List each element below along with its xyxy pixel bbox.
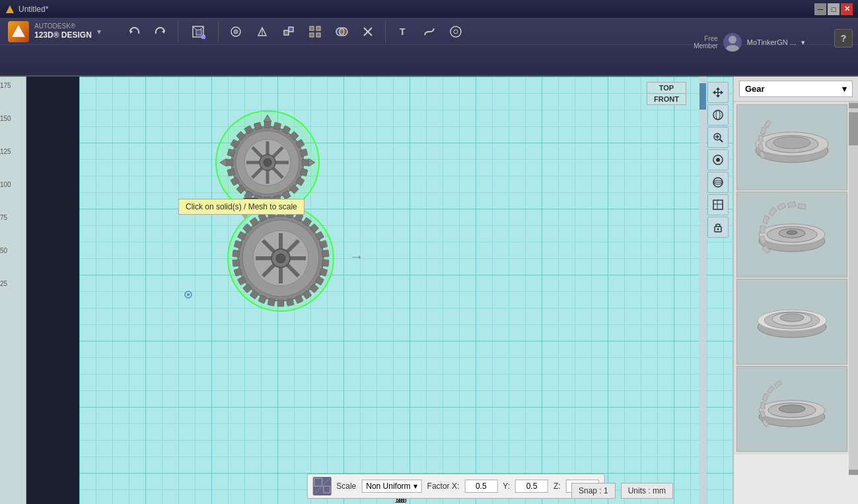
scale-type-dropdown[interactable]: Non Uniform ▾ <box>361 480 421 493</box>
svg-rect-135 <box>713 200 723 209</box>
member-label: Member <box>694 42 718 50</box>
help-button[interactable]: ? <box>834 29 853 48</box>
combine-icon <box>335 25 348 38</box>
panel-scrollbar[interactable] <box>849 102 858 475</box>
svg-point-23 <box>450 26 461 37</box>
gear-item-1[interactable] <box>736 104 847 190</box>
scale-option-label: Non Uniform <box>366 482 410 491</box>
combine-button[interactable] <box>330 20 353 44</box>
titlebar-controls: ─ □ ✕ <box>814 3 853 15</box>
maximize-button[interactable]: □ <box>828 3 840 15</box>
panel-category-dropdown[interactable]: Gear ▾ <box>739 81 853 97</box>
scroll-down-arrow[interactable] <box>849 470 858 475</box>
svg-rect-17 <box>316 33 320 37</box>
app-line2: 123D® DESIGN <box>34 30 92 41</box>
spline-button[interactable] <box>417 20 441 44</box>
orbit-tool-button[interactable] <box>707 104 729 126</box>
svg-marker-122 <box>713 90 715 94</box>
panel-header: Gear ▾ <box>734 77 858 102</box>
gear-thumb-4 <box>737 367 847 451</box>
text-button[interactable]: T <box>391 20 415 44</box>
measure-button[interactable] <box>444 20 468 44</box>
grid-button[interactable] <box>707 194 729 215</box>
tick-175: 175 <box>0 82 26 115</box>
modify-button[interactable] <box>356 20 380 44</box>
svg-point-156 <box>787 231 797 234</box>
svg-point-8 <box>201 35 205 39</box>
gear-item-2[interactable] <box>736 192 847 277</box>
avatar-icon <box>723 33 742 52</box>
lock-button[interactable] <box>707 217 729 238</box>
svg-rect-101 <box>268 299 275 306</box>
pattern-button[interactable] <box>303 20 327 44</box>
gear-preview-2 <box>746 201 838 268</box>
scroll-up-arrow[interactable] <box>849 103 858 108</box>
transform-icon <box>282 25 295 38</box>
y-ruler: 175 150 125 100 75 50 25 <box>0 77 26 504</box>
gear-thumb-2 <box>737 192 847 277</box>
right-panel: Gear ▾ <box>733 77 858 504</box>
primitive-button[interactable] <box>184 20 213 44</box>
svg-marker-121 <box>716 95 720 98</box>
redo-button[interactable] <box>149 20 172 44</box>
sep2 <box>218 21 219 42</box>
move-icon <box>712 87 724 98</box>
move-tool-button[interactable] <box>707 82 729 103</box>
modify-icon <box>361 25 375 38</box>
viewport-scrollbar[interactable] <box>699 77 706 504</box>
svg-point-146 <box>773 137 810 149</box>
orbit-icon <box>712 109 724 121</box>
svg-rect-63 <box>227 149 235 157</box>
units-button[interactable]: Units : mm <box>621 483 673 499</box>
undo-button[interactable] <box>122 20 146 44</box>
view-front-button[interactable]: FRONT <box>647 93 686 105</box>
svg-rect-151 <box>764 120 771 128</box>
svg-rect-14 <box>310 26 314 30</box>
svg-rect-149 <box>759 135 763 142</box>
primitive-icon <box>191 24 205 39</box>
logo-icon <box>8 21 29 42</box>
transform-button[interactable] <box>277 20 301 44</box>
grid-canvas: 25 50 75 100 125 150 <box>79 77 733 504</box>
svg-rect-49 <box>300 149 308 157</box>
gear-item-4[interactable] <box>736 366 847 452</box>
construct-button[interactable] <box>250 20 274 44</box>
svg-marker-3 <box>162 30 164 34</box>
membership-info: Free Member <box>694 35 718 50</box>
pan-tool-button[interactable] <box>707 149 729 170</box>
close-button[interactable]: ✕ <box>841 3 853 15</box>
minimize-button[interactable]: ─ <box>814 3 826 15</box>
snap-button[interactable]: Snap : 1 <box>571 483 616 499</box>
user-dropdown-arrow[interactable]: ▾ <box>801 38 805 47</box>
username-label[interactable]: MoTinkerGN ... <box>747 38 796 46</box>
svg-rect-161 <box>769 207 777 216</box>
canvas-area[interactable]: 175 150 125 100 75 50 25 25 50 75 100 12… <box>0 77 733 504</box>
status-bar: Snap : 1 Units : mm <box>571 483 673 499</box>
titlebar-left: Untitled* <box>5 5 48 14</box>
app-logo: AUTODESK® 123D® DESIGN ▾ <box>8 21 101 42</box>
svg-rect-51 <box>300 168 308 176</box>
svg-line-127 <box>720 139 723 142</box>
view-labels: TOP FRONT <box>647 82 686 105</box>
svg-rect-61 <box>227 168 235 176</box>
svg-marker-1 <box>12 25 25 37</box>
sketch-button[interactable] <box>224 20 248 44</box>
view-tools <box>707 82 729 238</box>
scroll-thumb[interactable] <box>849 112 858 145</box>
factor-y-input[interactable] <box>515 480 548 493</box>
factor-x-input[interactable] <box>464 480 497 493</box>
panel-dropdown-arrow: ▾ <box>842 84 847 94</box>
zoom-tool-button[interactable] <box>707 127 729 148</box>
user-avatar <box>723 33 742 52</box>
svg-rect-159 <box>760 226 765 233</box>
svg-rect-177 <box>763 394 769 401</box>
gear-item-3[interactable] <box>736 279 847 365</box>
app-dropdown-arrow[interactable]: ▾ <box>97 27 101 36</box>
view-top-button[interactable]: TOP <box>647 82 686 93</box>
view-cube-button[interactable] <box>707 172 729 193</box>
svg-point-124 <box>713 110 723 120</box>
tick-25: 25 <box>0 280 26 313</box>
scroll-thumb[interactable] <box>699 83 706 110</box>
main-area: 175 150 125 100 75 50 25 25 50 75 100 12… <box>0 77 858 504</box>
svg-rect-16 <box>310 33 314 37</box>
